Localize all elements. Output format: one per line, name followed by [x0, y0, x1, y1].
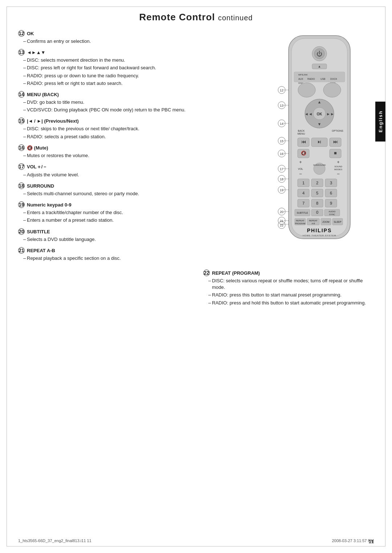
svg-text:⏮: ⏮: [301, 139, 306, 144]
svg-text:18: 18: [280, 177, 283, 181]
svg-text:SURROUND: SURROUND: [313, 164, 326, 166]
svg-text:SLEEP: SLEEP: [334, 221, 342, 223]
svg-text:VOL: VOL: [298, 168, 303, 170]
svg-text:USB: USB: [320, 78, 325, 80]
list-item: Repeat playback a specific section on a …: [23, 255, 254, 262]
svg-text:3: 3: [330, 181, 332, 185]
list-item: Enters a number of a preset radio statio…: [23, 217, 254, 224]
english-tab: English: [375, 102, 385, 142]
list-item: DISC: selects movement direction in the …: [23, 57, 254, 64]
footer-left-text: 1_hts3565-66D_37_eng2_final813.i11 11: [18, 538, 91, 543]
s22-bullets: DISC: selects various repeat or shuffle …: [203, 278, 374, 306]
svg-text:0: 0: [316, 210, 318, 214]
list-item: Selects multi-channel surround, stereo o…: [23, 191, 254, 197]
list-item: DISC: selects various repeat or shuffle …: [208, 278, 374, 291]
list-item: RADIO: press left or right to start auto…: [23, 80, 254, 87]
page-number: 11: [369, 539, 374, 544]
svg-text:22: 22: [280, 224, 283, 227]
svg-text:⏭: ⏭: [333, 139, 338, 144]
svg-text:15: 15: [280, 139, 283, 143]
remote-image: ⏻ ▲ MP3LINK AUX RADIO USB DOCK DISC INFO: [269, 34, 370, 245]
s12-bullets: Confirms an entry or selection.: [18, 38, 254, 45]
svg-text:REPEAT: REPEAT: [309, 220, 318, 222]
svg-text:13: 13: [280, 104, 283, 107]
s16-bullets: Mutes or restores the volume.: [18, 152, 254, 159]
s20-bullets: Selects a DVD subtitle language.: [18, 236, 254, 243]
svg-text:AUDIO: AUDIO: [328, 210, 335, 213]
svg-text:2: 2: [316, 181, 318, 185]
svg-text:REPEAT: REPEAT: [296, 220, 305, 222]
list-item: Mutes or restores the volume.: [23, 152, 254, 159]
list-item: RADIO: press and hold this button to sta…: [208, 300, 374, 306]
s18-bullets: Selects multi-channel surround, stereo o…: [18, 191, 254, 197]
svg-text:7: 7: [302, 201, 305, 205]
svg-text:▲: ▲: [318, 65, 321, 68]
svg-text:–: –: [299, 171, 302, 176]
svg-text:▲: ▲: [318, 100, 322, 104]
right-column: ⏻ ▲ MP3LINK AUX RADIO USB DOCK DISC INFO: [265, 30, 374, 266]
svg-text:MP3LINK: MP3LINK: [298, 74, 308, 76]
svg-text:PROGRAM: PROGRAM: [295, 222, 306, 225]
svg-text:9: 9: [330, 201, 332, 205]
svg-text:ZOOM: ZOOM: [322, 221, 330, 223]
svg-text:OPTIONS: OPTIONS: [332, 130, 343, 132]
svg-text:A-B: A-B: [311, 222, 315, 225]
footer-right-text: 2008-03-27 3:11:57 PM: [332, 538, 374, 543]
svg-text:21: 21: [280, 219, 283, 223]
svg-text:►►: ►►: [326, 112, 334, 116]
svg-text:5: 5: [316, 191, 318, 195]
list-item: RADIO: press up or down to tune the radi…: [23, 73, 254, 79]
svg-text:17: 17: [280, 167, 283, 171]
list-item: DISC: press left or right for fast forwa…: [23, 65, 254, 71]
svg-text:16: 16: [280, 152, 283, 156]
svg-text:SYNC: SYNC: [329, 213, 335, 216]
svg-text:4: 4: [302, 191, 305, 195]
list-item: Adjusts the volume level.: [23, 172, 254, 178]
svg-text:PHILIPS: PHILIPS: [307, 228, 332, 233]
list-item: Confirms an entry or selection.: [23, 38, 254, 45]
s21-bullets: Repeat playback a specific section on a …: [18, 255, 254, 262]
svg-text:8: 8: [316, 201, 318, 205]
svg-text:1: 1: [302, 181, 305, 185]
svg-text:19: 19: [280, 188, 283, 192]
svg-text:+: +: [299, 160, 302, 165]
svg-text:MODES: MODES: [334, 168, 342, 171]
list-item: RADIO: selects a preset radio station.: [23, 134, 254, 140]
svg-text:⏯: ⏯: [317, 139, 322, 144]
svg-text:🔇: 🔇: [301, 150, 306, 156]
svg-text:20: 20: [280, 210, 283, 214]
list-item: DVD: go back to title menu.: [23, 99, 254, 106]
svg-text:HOME THEATER SYSTEM: HOME THEATER SYSTEM: [303, 234, 336, 237]
svg-text:6: 6: [330, 191, 332, 195]
page-footer: 1_hts3565-66D_37_eng2_final813.i11 11 20…: [18, 538, 374, 543]
s17-bullets: Adjusts the volume level.: [18, 172, 254, 178]
svg-text:OK: OK: [317, 112, 323, 116]
list-item: Selects a DVD subtitle language.: [23, 236, 254, 243]
svg-text:⏻: ⏻: [317, 51, 322, 57]
list-item: DISC: skips to the previous or next titl…: [23, 126, 254, 132]
svg-text:AUX: AUX: [298, 78, 303, 80]
svg-text:◄◄: ◄◄: [305, 112, 313, 116]
list-item: VCD/SVCD: During playback (PBC ON mode o…: [23, 107, 254, 113]
svg-point-16: [323, 83, 341, 97]
list-item: RADIO: press this button to start manual…: [208, 292, 374, 298]
svg-text:–: –: [337, 171, 340, 176]
svg-text:BACK: BACK: [298, 130, 305, 132]
svg-text:12: 12: [280, 89, 283, 92]
svg-text:■: ■: [334, 150, 337, 156]
svg-text:DOCK: DOCK: [330, 78, 337, 80]
remote-svg: ⏻ ▲ MP3LINK AUX RADIO USB DOCK DISC INFO: [269, 34, 370, 244]
svg-text:MENU: MENU: [298, 132, 305, 135]
svg-text:SOUND: SOUND: [334, 165, 342, 168]
svg-text:14: 14: [280, 122, 283, 126]
svg-text:▼: ▼: [318, 122, 322, 126]
svg-text:RADIO: RADIO: [307, 78, 315, 80]
svg-point-15: [298, 83, 315, 97]
list-item: Enters a track/title/chapter number of t…: [23, 209, 254, 216]
svg-text:SUBTITLE: SUBTITLE: [297, 212, 308, 214]
svg-text:+: +: [337, 160, 339, 165]
